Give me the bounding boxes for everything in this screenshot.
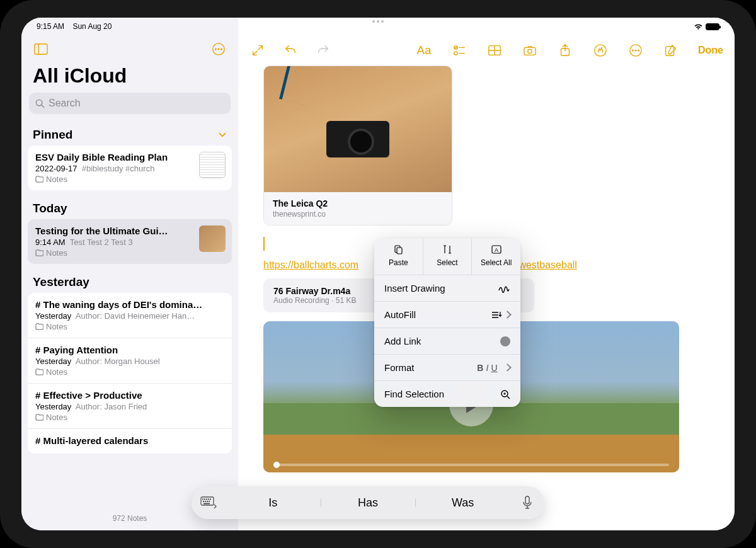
link-preview-card[interactable]: The Leica Q2 thenewsprint.co (263, 66, 452, 225)
keyboard-switch-button[interactable] (192, 496, 226, 509)
note-item[interactable]: # Effective > Productive Yesterday Autho… (28, 384, 232, 429)
note-thumbnail (199, 152, 226, 178)
paste-icon (377, 244, 420, 256)
autofill-button[interactable]: AutoFill (374, 302, 520, 328)
table-button[interactable] (486, 43, 503, 58)
video-scrubber[interactable] (273, 464, 669, 466)
undo-button[interactable] (282, 43, 299, 58)
svg-point-6 (36, 100, 42, 105)
yesterday-list: # The waning days of DEI's domina… Yeste… (28, 293, 232, 454)
section-yesterday: Yesterday (21, 269, 238, 293)
paste-button[interactable]: Paste (374, 238, 423, 275)
svg-point-21 (635, 50, 636, 51)
svg-point-4 (218, 49, 219, 50)
select-all-icon: A (474, 244, 518, 256)
search-input[interactable]: Search (29, 93, 231, 114)
svg-rect-25 (397, 248, 402, 254)
suggestion-3[interactable]: Was (415, 496, 510, 510)
link-title: The Leica Q2 (273, 198, 443, 208)
editor-toolbar: Aa Done (238, 39, 735, 66)
note-item[interactable]: # Paying Attention Yesterday Author: Mor… (28, 338, 232, 384)
status-time: 9:15 AM (37, 22, 64, 31)
svg-point-5 (221, 49, 222, 50)
svg-rect-42 (206, 499, 207, 500)
select-icon (426, 244, 469, 256)
battery-icon (706, 23, 719, 30)
sidebar-title: All iCloud (21, 60, 238, 93)
status-left: 9:15 AM Sun Aug 20 (37, 22, 112, 31)
note-item-pinned[interactable]: ESV Daily Bible Reading Plan 2022-09-17 … (28, 146, 232, 190)
more-button[interactable] (627, 43, 644, 58)
section-pinned[interactable]: Pinned (21, 122, 238, 146)
svg-point-16 (528, 49, 532, 53)
svg-rect-0 (35, 44, 47, 55)
search-placeholder: Search (49, 98, 81, 109)
svg-point-3 (215, 49, 217, 50)
suggestion-2[interactable]: Has (321, 496, 416, 510)
checklist-button[interactable] (451, 43, 467, 58)
svg-line-7 (42, 105, 44, 107)
svg-line-36 (507, 396, 510, 399)
screen: 9:15 AM Sun Aug 20 All iCloud (21, 18, 735, 530)
svg-point-10 (454, 52, 458, 55)
toggle-sidebar-button[interactable] (33, 42, 49, 57)
expand-icon[interactable] (249, 43, 266, 58)
note-item-today-selected[interactable]: Testing for the Ultimate Gui… 9:14 AM Te… (28, 219, 232, 264)
sidebar: All iCloud Search Pinned ESV Daily Bible… (21, 18, 238, 530)
scribble-icon (498, 284, 510, 293)
add-link-button[interactable]: Add Link (374, 328, 520, 355)
text-style-button[interactable]: Aa (416, 43, 432, 58)
note-item[interactable]: # Multi-layered calendars (28, 429, 232, 454)
folder-icon (35, 176, 43, 183)
svg-rect-45 (203, 501, 204, 502)
context-menu: Paste Select A Select All Insert Drawing… (374, 238, 520, 407)
svg-rect-15 (524, 47, 536, 55)
done-button[interactable]: Done (698, 45, 723, 56)
svg-rect-47 (207, 501, 208, 502)
chevron-down-icon (218, 130, 227, 139)
format-icon: BIU (477, 363, 510, 373)
svg-rect-50 (525, 496, 529, 504)
status-bar: 9:15 AM Sun Aug 20 (21, 18, 735, 35)
select-button[interactable]: Select (423, 238, 472, 275)
status-date: Sun Aug 20 (72, 22, 112, 31)
folder-icon (35, 414, 43, 421)
wifi-icon (694, 23, 703, 30)
more-options-button[interactable] (210, 42, 227, 57)
camera-button[interactable] (522, 43, 538, 58)
insert-drawing-button[interactable]: Insert Drawing (374, 275, 520, 302)
link-source: thenewsprint.co (273, 210, 443, 219)
keyboard-suggestion-bar: Is Has Was (192, 486, 544, 519)
status-right (694, 23, 719, 30)
svg-rect-44 (210, 499, 211, 500)
note-item[interactable]: # The waning days of DEI's domina… Yeste… (28, 293, 232, 338)
folder-icon (35, 323, 43, 330)
ipad-frame: 9:15 AM Sun Aug 20 All iCloud (0, 0, 756, 548)
loading-dot-icon (500, 336, 510, 346)
note-thumbnail (199, 225, 226, 252)
svg-rect-48 (209, 501, 210, 502)
select-all-button[interactable]: A Select All (472, 238, 520, 275)
suggestion-1[interactable]: Is (226, 496, 321, 510)
svg-rect-40 (202, 499, 203, 500)
folder-icon (35, 368, 43, 375)
folder-icon (35, 249, 43, 256)
link-preview-image (264, 66, 452, 192)
svg-point-22 (638, 50, 639, 51)
svg-rect-49 (203, 503, 210, 505)
format-button[interactable]: Format BIU (374, 355, 520, 381)
share-button[interactable] (557, 43, 573, 58)
compose-button[interactable] (663, 43, 679, 58)
svg-rect-46 (205, 501, 206, 502)
svg-text:A: A (495, 247, 498, 253)
section-today: Today (21, 195, 238, 219)
find-selection-button[interactable]: Find Selection (374, 381, 520, 407)
magnify-icon (500, 389, 510, 399)
svg-point-20 (633, 50, 634, 51)
search-icon (35, 99, 45, 108)
dictation-button[interactable] (510, 496, 544, 510)
redo-button (315, 43, 331, 58)
markup-button[interactable] (592, 43, 609, 58)
text-cursor (263, 237, 265, 251)
autofill-icon (491, 311, 510, 319)
